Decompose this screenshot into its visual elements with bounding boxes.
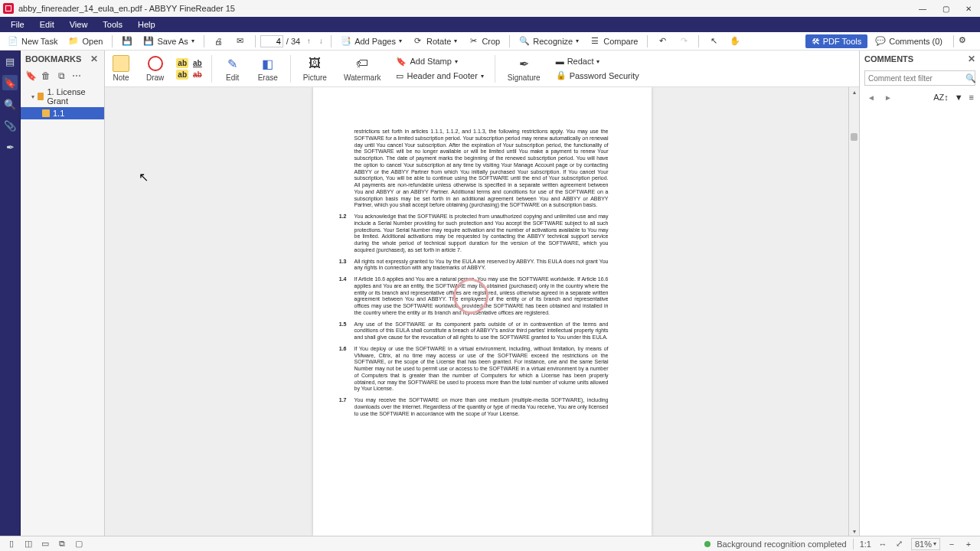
- window-maximize-button[interactable]: ▢: [934, 0, 957, 17]
- page-view5-icon[interactable]: ▢: [74, 539, 84, 549]
- zoom-in-button[interactable]: +: [963, 539, 974, 549]
- bookmarks-title: BOOKMARKS: [25, 54, 81, 64]
- bookmark-more-icon[interactable]: ⋯: [71, 70, 82, 81]
- add-stamp-button[interactable]: 🔖 Add Stamp ▾: [393, 55, 486, 68]
- comment-next-button[interactable]: ►: [883, 92, 893, 103]
- signature-tool[interactable]: ✒ Signature: [503, 55, 545, 82]
- edit-tool[interactable]: ✎ Edit: [220, 55, 246, 82]
- erase-tool[interactable]: ◧ Erase: [253, 55, 283, 82]
- bookmark-add-icon[interactable]: 🔖: [25, 70, 36, 81]
- password-security-button[interactable]: 🔒 Password Security: [553, 69, 642, 82]
- bookmark-options-icon[interactable]: ⧉: [56, 70, 67, 81]
- expand-icon[interactable]: ≡: [969, 93, 974, 102]
- underline-icon[interactable]: ab: [191, 58, 204, 68]
- bookmark-item[interactable]: ▾ 1. License Grant: [21, 86, 104, 107]
- pdf-tools-button[interactable]: 🛠 PDF Tools: [805, 34, 868, 48]
- draw-tool[interactable]: Draw: [142, 55, 168, 82]
- rail-pages-icon[interactable]: ▤: [2, 54, 18, 69]
- menu-edit[interactable]: Edit: [32, 17, 62, 32]
- save-button[interactable]: 💾: [117, 34, 137, 49]
- comments-header: COMMENTS ✕: [860, 51, 980, 67]
- paragraph-text: If You deploy or use the SOFTWARE in a v…: [354, 346, 609, 393]
- menu-help[interactable]: Help: [130, 17, 163, 32]
- menu-tools[interactable]: Tools: [95, 17, 130, 32]
- document-viewport[interactable]: xrestrictions set forth in articles 1.1.…: [105, 87, 859, 536]
- undo-button[interactable]: ↶: [652, 34, 672, 49]
- redo-button[interactable]: ↷: [674, 34, 694, 49]
- highlight-icon[interactable]: ab: [176, 58, 188, 68]
- dropdown-icon: ▾: [576, 37, 579, 44]
- bookmarks-close-button[interactable]: ✕: [89, 54, 100, 64]
- window-close-button[interactable]: ✕: [957, 0, 980, 17]
- vertical-scrollbar[interactable]: ▴ ▾: [848, 87, 859, 536]
- header-footer-button[interactable]: ▭ Header and Footer ▾: [393, 70, 486, 83]
- dropdown-icon: ▾: [455, 58, 458, 65]
- redact-button[interactable]: ▬ Redact ▾: [553, 55, 642, 67]
- comments-toggle-button[interactable]: 💬 Comments (0): [869, 34, 949, 48]
- bookmark-delete-icon[interactable]: 🗑: [41, 70, 51, 81]
- scroll-down-icon[interactable]: ▾: [849, 527, 859, 536]
- bookmark-item-selected[interactable]: 1.1: [21, 107, 104, 119]
- page-down-button[interactable]: ↓: [315, 35, 326, 47]
- fit-page-icon[interactable]: ⤢: [894, 539, 905, 549]
- comments-close-button[interactable]: ✕: [968, 54, 975, 64]
- pdf-tools-label: PDF Tools: [823, 37, 862, 46]
- new-task-button[interactable]: 📄 New Task: [3, 34, 62, 49]
- comment-filter-input[interactable]: [868, 74, 965, 83]
- note-tool[interactable]: Note: [108, 55, 134, 82]
- rail-attachments-icon[interactable]: 📎: [2, 118, 18, 133]
- menu-file[interactable]: File: [3, 17, 32, 32]
- bookmarks-list: ▾ 1. License Grant 1.1: [21, 84, 104, 121]
- filter-icon[interactable]: ▼: [955, 93, 963, 102]
- zoom-level[interactable]: 81% ▾: [911, 538, 940, 550]
- fit-width-icon[interactable]: ↔: [877, 539, 888, 549]
- picture-tool[interactable]: 🖼 Picture: [299, 55, 332, 82]
- crop-button[interactable]: ✂ Crop: [463, 34, 505, 49]
- scrollbar-thumb[interactable]: [851, 133, 858, 141]
- page-view4-icon[interactable]: ⧉: [57, 539, 67, 549]
- paragraph-text: restrictions set forth in articles 1.1.1…: [354, 129, 609, 209]
- edit-label: Edit: [226, 73, 239, 82]
- separator: [509, 35, 510, 47]
- hand-tool[interactable]: ✋: [725, 34, 745, 49]
- watermark-tool[interactable]: 🏷 Watermark: [339, 55, 386, 82]
- recognize-button[interactable]: 🔍 Recognize ▾: [514, 34, 583, 49]
- rotate-button[interactable]: ⟳ Rotate ▾: [408, 34, 462, 49]
- print-button[interactable]: 🖨: [209, 34, 229, 49]
- erase-icon: ◧: [260, 55, 276, 72]
- compare-button[interactable]: ☰ Compare: [585, 34, 642, 49]
- comment-filter[interactable]: 🔍: [864, 70, 975, 86]
- search-icon[interactable]: 🔍: [965, 73, 976, 83]
- sort-button[interactable]: AZ↕: [933, 93, 949, 102]
- open-button[interactable]: 📁 Open: [64, 34, 107, 49]
- crop-label: Crop: [482, 37, 500, 46]
- document-column: Note Draw ab ab ab ab ✎ Edit: [105, 51, 859, 536]
- draw-icon: [148, 56, 163, 71]
- mail-button[interactable]: ✉: [230, 34, 250, 49]
- rail-bookmarks-icon[interactable]: 🔖: [2, 75, 18, 90]
- settings-button[interactable]: ⚙: [959, 35, 971, 47]
- menu-view[interactable]: View: [62, 17, 96, 32]
- pointer-tool[interactable]: ↖: [704, 34, 724, 49]
- collapse-icon[interactable]: ▾: [31, 93, 34, 100]
- strikeout-icon[interactable]: ab: [191, 70, 204, 80]
- bookmark-label: 1. License Grant: [47, 87, 100, 106]
- highlight2-icon[interactable]: ab: [176, 70, 188, 80]
- window-minimize-button[interactable]: —: [911, 0, 934, 17]
- window-title: abby_finereader_14_eula_en.pdf - ABBYY F…: [18, 4, 235, 13]
- page-up-button[interactable]: ↑: [303, 35, 314, 47]
- page-view-icon[interactable]: ▯: [6, 539, 17, 549]
- save-as-button[interactable]: 💾 Save As ▾: [139, 34, 198, 49]
- page-view3-icon[interactable]: ▭: [40, 539, 51, 549]
- scroll-up-icon[interactable]: ▴: [849, 87, 859, 96]
- rail-signature-icon[interactable]: ✒: [2, 139, 18, 155]
- rail-search-icon[interactable]: 🔍: [2, 96, 18, 112]
- page-view2-icon[interactable]: ◫: [23, 539, 34, 549]
- ratio-label: 1:1: [860, 540, 871, 549]
- bookmark-icon: [42, 109, 50, 117]
- add-pages-button[interactable]: 📑 Add Pages ▾: [336, 34, 407, 49]
- separator: [204, 35, 204, 47]
- page-number-input[interactable]: [260, 35, 283, 47]
- zoom-out-button[interactable]: −: [946, 539, 957, 549]
- comment-prev-button[interactable]: ◄: [866, 92, 877, 103]
